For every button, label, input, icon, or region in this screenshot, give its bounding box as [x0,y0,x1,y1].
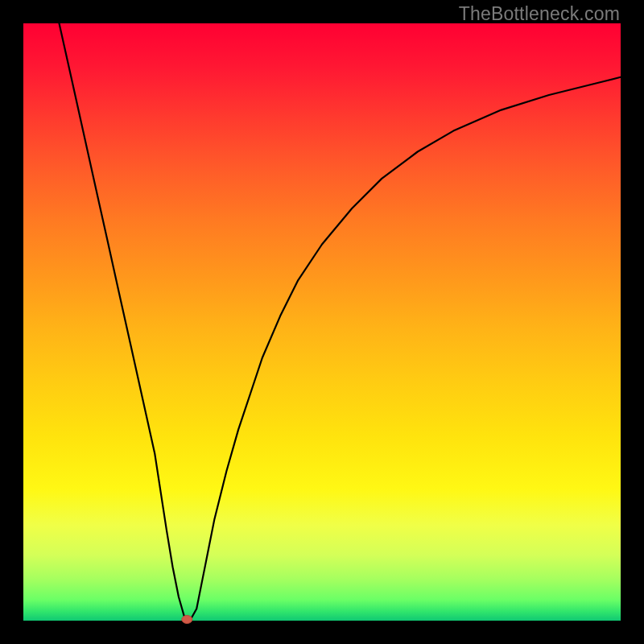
chart-frame: TheBottleneck.com [0,0,644,644]
minimum-marker [182,616,192,624]
watermark-text: TheBottleneck.com [459,3,620,25]
plot-area [23,23,621,621]
curve-layer [23,23,621,621]
bottleneck-curve [60,23,621,620]
